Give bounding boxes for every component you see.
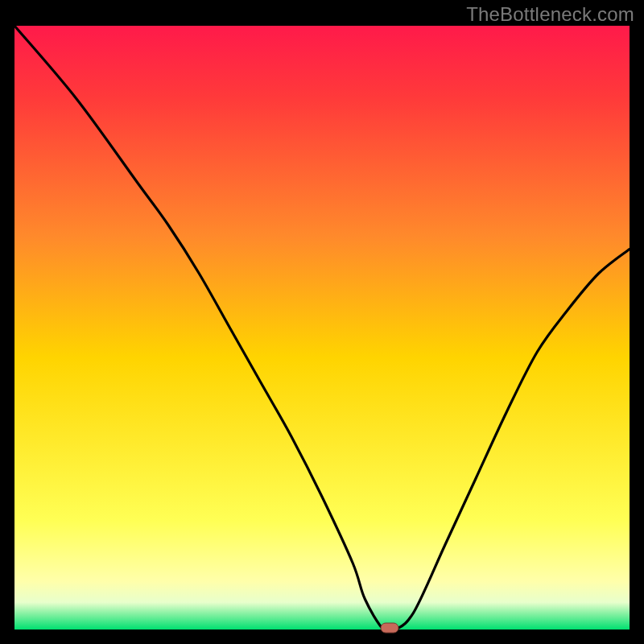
optimum-marker (381, 623, 398, 633)
watermark-text: TheBottleneck.com (466, 3, 634, 26)
plot-background (14, 26, 630, 630)
bottleneck-chart (0, 0, 644, 644)
chart-stage: TheBottleneck.com (0, 0, 644, 644)
